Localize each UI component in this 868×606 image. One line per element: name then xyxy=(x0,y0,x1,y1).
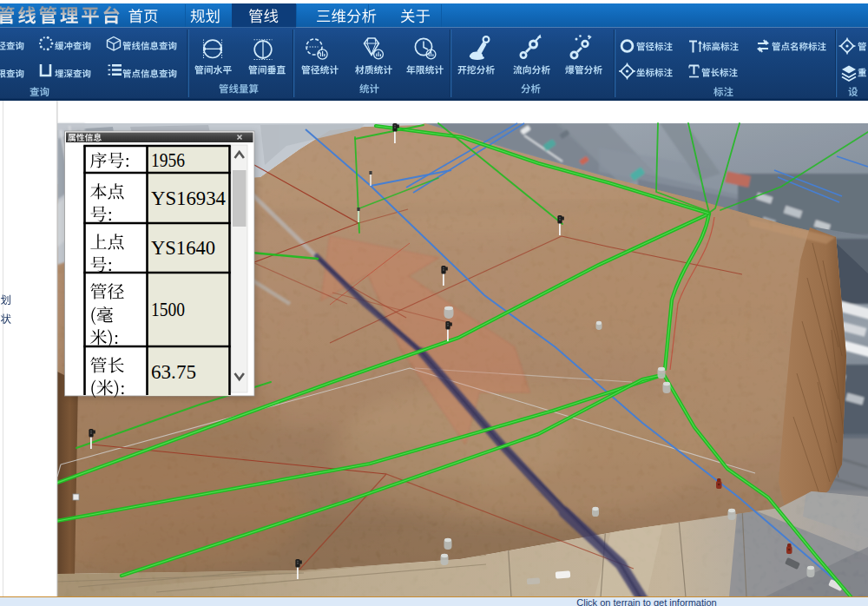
svg-text:1500: 1500 xyxy=(151,298,185,320)
svg-text:1956: 1956 xyxy=(151,148,185,171)
svg-text:YS1640: YS1640 xyxy=(151,236,215,259)
svg-text:YS16934: YS16934 xyxy=(151,187,226,209)
svg-text:63.75: 63.75 xyxy=(151,360,196,383)
svg-text:Click on terrain to get inform: Click on terrain to get information xyxy=(576,597,716,606)
